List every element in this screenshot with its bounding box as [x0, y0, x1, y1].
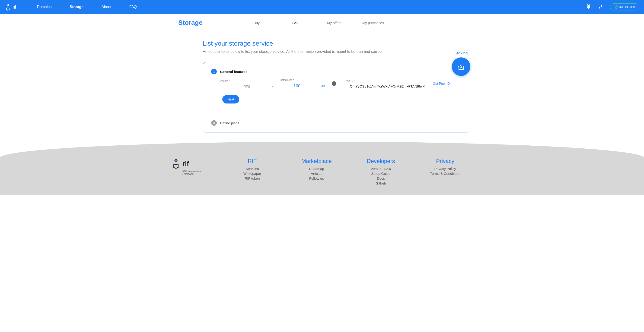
wallet-button[interactable]: 0xFFCF...09f0 [610, 3, 639, 10]
svg-point-4 [9, 9, 10, 10]
svg-point-1 [6, 8, 7, 8]
swap-icon[interactable] [598, 4, 604, 10]
footer-col-developers: Developers Version 1.2.0 Setup Guide Doc… [353, 158, 408, 186]
svg-point-5 [8, 10, 8, 11]
rif-logo-icon [5, 3, 11, 11]
chevron-down-icon: ▼ [272, 85, 274, 88]
peer-id-input[interactable] [350, 84, 424, 88]
step-1-header: 1 General features [211, 69, 462, 74]
footer-inner: rif RSK Infrastructure Framework RIF Ser… [171, 158, 473, 186]
svg-point-2 [9, 8, 10, 8]
footer-link[interactable]: Github [353, 181, 408, 186]
svg-point-12 [176, 164, 176, 165]
tab-my-purchases[interactable]: My purchases [354, 19, 393, 28]
footer-logo-subtitle: RSK Infrastructure Framework [182, 170, 202, 175]
svg-point-3 [6, 9, 7, 10]
footer-col-title: Developers [353, 158, 408, 165]
step-2-header: 2 Define plans [211, 120, 462, 126]
app-header: rif Domains Storage About FAQ 0xFFCF...0… [0, 0, 644, 14]
staking-label: Staking [452, 51, 470, 56]
next-button[interactable]: Next [222, 95, 239, 104]
rif-footer-logo-icon [171, 158, 180, 169]
svg-point-10 [178, 167, 179, 167]
svg-point-0 [8, 5, 8, 5]
main-nav: Domains Storage About FAQ [37, 5, 137, 9]
page-title: Storage [178, 19, 202, 26]
size-input-wrap: GB [280, 82, 326, 90]
wallet-address: 0xFFCF...09f0 [620, 5, 636, 8]
footer-link[interactable]: Roadmap [289, 166, 344, 171]
footer-link[interactable]: Whitepaper [225, 171, 280, 176]
system-label: System * [220, 79, 276, 82]
footer-link[interactable]: Follow us [289, 176, 344, 181]
logo-text: rif [12, 4, 16, 10]
content: Storage Buy Sell My offers My purchases … [146, 14, 498, 133]
tab-buy[interactable]: Buy [237, 19, 276, 28]
system-field: System * IPFS ▼ [220, 79, 276, 90]
svg-text:$: $ [460, 64, 462, 69]
footer-logo-block: rif RSK Infrastructure Framework [171, 158, 202, 175]
size-unit: GB [322, 85, 326, 88]
footer-col-rif: RIF Services Whitepaper RIF token [225, 158, 280, 181]
nav-about[interactable]: About [102, 5, 111, 9]
size-input[interactable] [281, 84, 313, 88]
system-select[interactable]: IPFS ▼ [220, 83, 276, 90]
main-area: Staking $ List your storage service Fill… [150, 40, 494, 133]
listed-size-field: Listed Size * GB [280, 78, 326, 90]
footer-link[interactable]: Setup Guide [353, 171, 408, 176]
size-info-icon[interactable]: i [332, 81, 336, 86]
general-features-fields: System * IPFS ▼ Listed Size * GB i Peer … [220, 78, 462, 90]
size-label: Listed Size * [280, 78, 326, 81]
svg-point-8 [178, 165, 179, 165]
footer-link[interactable]: Services [225, 166, 280, 171]
section-heading: List your storage service [202, 40, 494, 47]
footer-link[interactable]: RIF token [225, 176, 280, 181]
footer: rif RSK Infrastructure Framework RIF Ser… [0, 142, 644, 195]
storage-tabs: Buy Sell My offers My purchases [237, 19, 392, 28]
footer-col-title: RIF [225, 158, 280, 165]
footer-logo-text: rif [182, 160, 189, 167]
step-2-label: Define plans [220, 121, 239, 125]
svg-point-9 [173, 167, 174, 167]
footer-link[interactable]: Version 1.2.0 [353, 166, 408, 171]
tab-sell[interactable]: Sell [276, 19, 315, 28]
footer-link[interactable]: Articles [289, 171, 344, 176]
nav-faq[interactable]: FAQ [129, 5, 137, 9]
step-1-badge: 1 [211, 69, 217, 74]
footer-link[interactable]: Terms & Conditions [418, 171, 473, 176]
svg-point-7 [173, 165, 174, 165]
footer-link[interactable]: Privacy Policy [418, 166, 473, 171]
peer-input-wrap [349, 83, 426, 90]
nav-domains[interactable]: Domains [37, 5, 52, 9]
footer-col-title: Marketplace [289, 158, 344, 165]
page-head-row: Storage Buy Sell My offers My purchases [150, 14, 494, 28]
section-description: Fill out the fields below to list your s… [202, 49, 494, 54]
dollar-icon: $ [457, 62, 465, 71]
peer-label: Peer ID * [345, 79, 426, 82]
nav-storage[interactable]: Storage [70, 5, 84, 9]
get-peer-id-link[interactable]: Get Peer ID [433, 82, 450, 85]
footer-col-title: Privacy [418, 158, 473, 165]
notifications-icon[interactable] [586, 4, 592, 10]
logo[interactable]: rif [5, 3, 16, 11]
header-actions: 0xFFCF...09f0 [586, 3, 639, 10]
staking-widget: Staking $ [452, 51, 470, 76]
listing-form-card: 1 General features System * IPFS ▼ Liste… [202, 62, 470, 133]
footer-link[interactable]: Docs [353, 176, 408, 181]
peer-id-field: Peer ID * [345, 79, 426, 90]
footer-col-privacy: Privacy Privacy Policy Terms & Condition… [418, 158, 473, 176]
step-2-badge: 2 [211, 120, 217, 126]
system-value: IPFS [242, 85, 250, 88]
tab-my-offers[interactable]: My offers [315, 19, 354, 28]
svg-point-11 [176, 168, 176, 169]
footer-col-marketplace: Marketplace Roadmap Articles Follow us [289, 158, 344, 181]
staking-button[interactable]: $ [452, 57, 470, 76]
step-1-label: General features [220, 70, 247, 74]
wallet-status-icon [614, 5, 618, 9]
